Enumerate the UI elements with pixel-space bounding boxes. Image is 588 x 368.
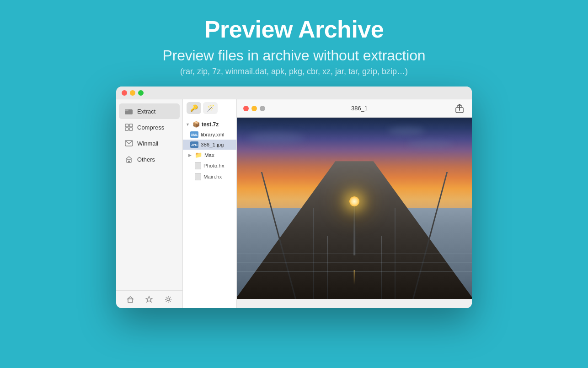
water-line-3 xyxy=(237,253,472,254)
file-panel: 🔑 🪄 ▼ 📦 test.7z XML library.xml JPG xyxy=(183,99,237,308)
archive-icon: 📦 xyxy=(192,121,200,128)
folder-max-label: Max xyxy=(204,152,214,158)
file-panel-toolbar: 🔑 🪄 xyxy=(183,99,236,117)
preview-bottom-bar xyxy=(237,299,472,308)
footer-star-button[interactable] xyxy=(144,294,154,304)
share-button[interactable] xyxy=(454,103,465,114)
svg-rect-5 xyxy=(129,128,133,130)
home-icon xyxy=(124,155,134,164)
tree-root[interactable]: ▼ 📦 test.7z xyxy=(183,119,236,130)
preview-filename: 386_1 xyxy=(351,105,368,112)
preview-traffic-lights xyxy=(243,106,265,111)
filename-386-jpg: 386_1.jpg xyxy=(201,142,224,147)
footer-home-button[interactable] xyxy=(125,294,135,304)
railing-post-right-3 xyxy=(381,236,382,299)
generic-file-icon xyxy=(195,162,201,169)
preview-image xyxy=(237,118,472,299)
lamp-post xyxy=(353,205,356,255)
toolbar-wand-button[interactable]: 🪄 xyxy=(203,102,218,114)
filename-library-xml: library.xml xyxy=(201,132,225,137)
preview-titlebar: 386_1 xyxy=(237,99,472,118)
xml-file-icon: XML xyxy=(190,131,198,138)
railing-post-left-3 xyxy=(327,236,328,299)
tree-item-library-xml[interactable]: XML library.xml xyxy=(183,130,236,140)
water-line-2 xyxy=(237,262,472,263)
water-line-1 xyxy=(237,271,472,272)
preview-panel: 386_1 xyxy=(237,99,472,308)
tree-item-386-jpg[interactable]: JPG 386_1.jpg xyxy=(183,140,236,150)
preview-close-dot xyxy=(243,106,249,111)
compress-label: Compress xyxy=(137,124,164,131)
others-label: Others xyxy=(137,156,155,163)
jpg-file-icon: JPG xyxy=(190,141,198,148)
sidebar-item-winmail[interactable]: Winmail xyxy=(119,135,180,151)
folder-icon xyxy=(124,107,134,116)
page-subtitle: Preview files in archive without extract… xyxy=(163,47,426,64)
svg-rect-4 xyxy=(125,128,128,130)
generic-file-icon-2 xyxy=(195,173,201,180)
tree-item-main-hx[interactable]: Main.hx xyxy=(183,171,236,182)
root-filename: test.7z xyxy=(202,121,219,128)
footer-gear-button[interactable] xyxy=(163,294,173,304)
cloud-2 xyxy=(407,140,453,149)
lamp-reflection xyxy=(354,270,355,285)
preview-max-dot xyxy=(260,106,265,111)
lamp-globe xyxy=(349,196,359,206)
svg-rect-1 xyxy=(125,109,128,111)
sidebar: Extract Compress xyxy=(116,99,183,308)
maximize-button[interactable] xyxy=(138,90,144,96)
winmail-label: Winmail xyxy=(137,140,158,147)
title-bar xyxy=(116,87,472,99)
svg-rect-2 xyxy=(125,124,128,127)
app-window: Extract Compress xyxy=(116,87,472,308)
formats-text: (rar, zip, 7z, winmail.dat, apk, pkg, cb… xyxy=(163,67,426,76)
close-button[interactable] xyxy=(122,90,127,96)
cloud-3 xyxy=(388,127,425,135)
pier-scene xyxy=(237,118,472,299)
cloud-1 xyxy=(249,132,304,144)
tree-item-photo-hx[interactable]: Photo.hx xyxy=(183,160,236,171)
svg-rect-8 xyxy=(128,161,130,162)
traffic-lights xyxy=(122,90,144,96)
svg-rect-9 xyxy=(128,299,133,303)
file-tree: ▼ 📦 test.7z XML library.xml JPG 386_1.jp… xyxy=(183,117,236,308)
extract-label: Extract xyxy=(137,108,155,115)
sidebar-item-compress[interactable]: Compress xyxy=(119,119,180,135)
filename-main-hx: Main.hx xyxy=(203,174,222,179)
sidebar-item-others[interactable]: Others xyxy=(119,152,180,167)
header-section: Preview Archive Preview files in archive… xyxy=(163,0,426,76)
svg-rect-3 xyxy=(129,124,133,127)
mail-icon xyxy=(124,139,134,148)
railing-post-left-2 xyxy=(313,208,314,299)
chevron-right-icon: ▶ xyxy=(188,153,192,157)
folder-max-icon: 📁 xyxy=(195,152,202,158)
sidebar-items: Extract Compress xyxy=(116,99,182,290)
svg-point-11 xyxy=(167,298,170,301)
toolbar-key-button[interactable]: 🔑 xyxy=(187,102,201,114)
compress-icon xyxy=(124,123,134,132)
railing-post-right-2 xyxy=(395,208,396,299)
filename-photo-hx: Photo.hx xyxy=(203,163,224,168)
svg-marker-10 xyxy=(146,296,152,302)
sidebar-item-extract[interactable]: Extract xyxy=(119,103,180,119)
minimize-button[interactable] xyxy=(130,90,135,96)
tree-folder-max[interactable]: ▶ 📁 Max xyxy=(183,150,236,160)
page-title: Preview Archive xyxy=(163,16,426,43)
app-content: Extract Compress xyxy=(116,99,472,308)
chevron-down-icon: ▼ xyxy=(186,122,190,127)
preview-min-dot xyxy=(251,106,257,111)
sidebar-footer xyxy=(116,290,182,308)
